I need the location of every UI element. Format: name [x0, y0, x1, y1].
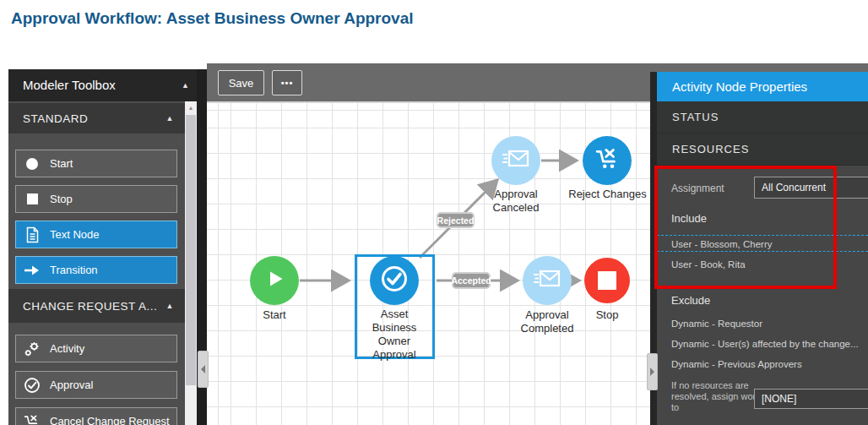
- toolbox-collapse-handle[interactable]: [198, 351, 209, 388]
- node-label-start: Start: [241, 308, 308, 322]
- section-label: RESOURCES: [672, 143, 749, 155]
- toolbox-item-cancel-change-request[interactable]: Cancel Change Request: [15, 407, 177, 425]
- node-start[interactable]: [250, 256, 299, 305]
- gears-icon: [24, 341, 41, 357]
- properties-panel: Activity Node Properties STATUS RESOURCE…: [657, 72, 868, 425]
- properties-title: Activity Node Properties: [672, 79, 807, 94]
- collapse-chevron-icon[interactable]: ▲: [182, 69, 189, 101]
- square-icon: [24, 191, 41, 208]
- toolbox-item-transition[interactable]: Transition: [15, 256, 177, 284]
- check-circle-icon: [379, 264, 410, 297]
- toolbox-item-label: Start: [50, 157, 73, 170]
- node-label-approval-canceled: Approval Canceled: [482, 188, 550, 215]
- node-stop[interactable]: [584, 258, 630, 303]
- section-label: CHANGE REQUEST A...: [23, 300, 157, 313]
- stop-square-icon: [598, 271, 616, 290]
- toolbox-title: Modeler Toolbox: [23, 78, 116, 92]
- toolbox-header[interactable]: Modeler Toolbox ▲: [8, 69, 197, 101]
- play-icon: [263, 268, 285, 293]
- cart-x-icon: [24, 413, 41, 425]
- scrollbar-thumb[interactable]: [186, 115, 196, 385]
- toolbox-item-label: Activity: [50, 342, 84, 355]
- document-icon: [24, 226, 41, 243]
- toolbox-item-label: Cancel Change Request: [50, 415, 170, 425]
- cart-x-icon: [594, 146, 620, 175]
- node-label-approval-completed: Approval Completed: [511, 308, 583, 335]
- fallback-assign-label: If no resources are resolved, assign wor…: [671, 380, 761, 413]
- node-approval-completed[interactable]: [523, 256, 572, 305]
- toolbox-item-start[interactable]: Start: [15, 150, 177, 177]
- scrollbar-up-icon[interactable]: ▲: [185, 101, 197, 114]
- exclude-item[interactable]: Dynamic - User(s) affected by the change…: [657, 335, 868, 352]
- toolbox-scrollbar[interactable]: ▲: [185, 101, 197, 425]
- include-item[interactable]: User - Book, Rita: [657, 256, 868, 273]
- node-approval-canceled[interactable]: [491, 136, 540, 185]
- node-asset-business-owner-approval[interactable]: [370, 256, 419, 305]
- toolbox-section-change-request[interactable]: CHANGE REQUEST A... ▲: [8, 289, 197, 323]
- chevron-left-icon: [201, 365, 205, 373]
- toolbox-item-label: Approval: [50, 379, 93, 391]
- toolbox-item-approval[interactable]: Approval: [15, 371, 177, 399]
- toolbox-item-activity[interactable]: Activity: [15, 335, 177, 362]
- edge-badge-accepted[interactable]: Accepted: [452, 272, 491, 289]
- section-resources[interactable]: RESOURCES: [657, 133, 868, 166]
- include-label: Include: [671, 212, 707, 225]
- assignment-dropdown[interactable]: All Concurrent: [754, 177, 868, 199]
- save-button[interactable]: Save: [218, 70, 264, 95]
- toolbox-item-label: Stop: [50, 193, 73, 205]
- toolbox-section-standard[interactable]: STANDARD ▲: [8, 103, 197, 133]
- toolbox-item-label: Text Node: [50, 228, 100, 241]
- modeler-toolbox-panel: Modeler Toolbox ▲ STANDARD ▲ Start Stop …: [8, 69, 197, 425]
- section-label: STANDARD: [23, 112, 88, 125]
- chevron-right-icon: [650, 368, 654, 376]
- node-label-approval-node: Asset Business Owner Approval: [364, 308, 425, 362]
- arrow-right-icon: [24, 262, 41, 279]
- edge-badge-rejected[interactable]: Rejected: [437, 212, 475, 228]
- send-mail-icon: [501, 148, 531, 173]
- collapse-chevron-icon[interactable]: ▲: [166, 114, 174, 123]
- section-status[interactable]: STATUS: [657, 101, 868, 133]
- exclude-label: Exclude: [671, 294, 710, 307]
- exclude-item[interactable]: Dynamic - Requestor: [657, 315, 868, 332]
- section-label: STATUS: [672, 111, 719, 123]
- check-circle-icon: [24, 377, 41, 394]
- node-label-stop: Stop: [582, 308, 632, 322]
- properties-panel-header: Activity Node Properties: [657, 72, 868, 101]
- assignment-label: Assignment: [671, 183, 724, 194]
- node-label-reject-changes: Reject Changes: [565, 188, 650, 201]
- node-reject-changes[interactable]: [583, 136, 632, 185]
- include-item-selected[interactable]: User - Blossom, Cherry: [657, 235, 868, 252]
- toolbox-item-label: Transition: [50, 264, 98, 276]
- toolbox-item-stop[interactable]: Stop: [15, 185, 177, 213]
- send-mail-icon: [532, 268, 562, 293]
- toolbox-item-text-node[interactable]: Text Node: [15, 221, 177, 248]
- page-title: Approval Workflow: Asset Business Owner …: [11, 9, 414, 28]
- more-options-button[interactable]: •••: [272, 70, 302, 95]
- collapse-chevron-icon[interactable]: ▲: [166, 302, 174, 310]
- fallback-assign-dropdown[interactable]: [NONE]: [754, 389, 868, 409]
- circle-icon: [24, 155, 41, 172]
- properties-collapse-handle[interactable]: [647, 353, 658, 390]
- workflow-canvas[interactable]: Start Asset Business Owner Approval Acce…: [207, 103, 650, 425]
- exclude-item[interactable]: Dynamic - Previous Approvers: [657, 356, 868, 373]
